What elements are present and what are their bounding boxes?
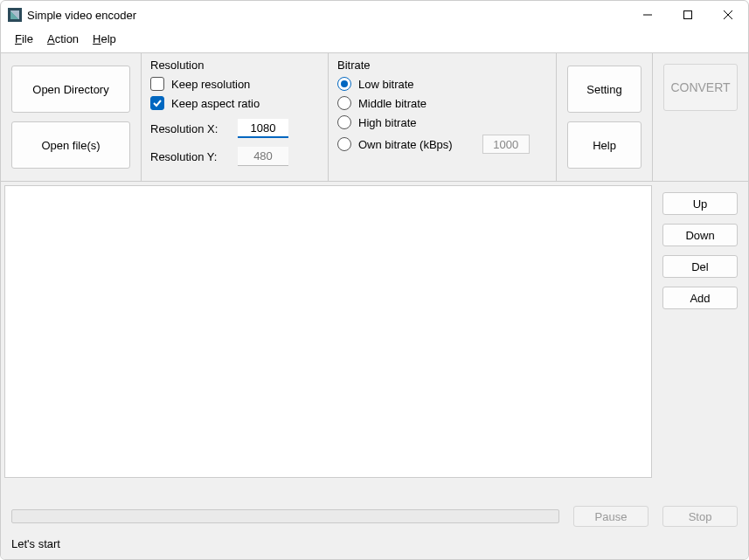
svg-rect-1 [684,11,692,19]
maximize-icon [683,10,692,19]
title-bar: Simple video encoder [1,1,748,29]
up-button[interactable]: Up [662,192,738,215]
bitrate-middle-label: Middle bitrate [358,97,427,110]
resolution-x-label: Resolution X: [150,122,229,135]
bitrate-low-row[interactable]: Low bitrate [337,77,547,91]
bitrate-middle-radio[interactable] [337,96,351,110]
controls-panel: Open Directory Open file(s) Resolution K… [1,52,748,182]
resolution-y-label: Resolution Y: [150,150,229,163]
resolution-x-input[interactable] [238,119,288,138]
bottom-bar: Pause Stop [1,481,748,532]
settings-column: Setting Help [556,53,652,181]
bitrate-own-input[interactable] [482,135,530,154]
keep-resolution-checkbox[interactable] [150,77,164,91]
resolution-y-input[interactable] [238,147,288,166]
window-title: Simple video encoder [27,9,136,22]
keep-aspect-label: Keep aspect ratio [171,97,260,110]
keep-resolution-row[interactable]: Keep resolution [150,77,319,91]
open-files-button[interactable]: Open file(s) [11,121,130,169]
status-bar: Let's start [1,532,748,559]
resolution-x-row: Resolution X: [150,119,319,138]
app-icon [8,8,22,22]
help-button[interactable]: Help [567,121,642,169]
open-directory-button[interactable]: Open Directory [11,66,130,113]
bitrate-high-radio[interactable] [337,115,351,129]
resolution-y-row: Resolution Y: [150,147,319,166]
pause-button[interactable]: Pause [573,506,648,527]
bitrate-high-row[interactable]: High bitrate [337,115,547,129]
setting-button[interactable]: Setting [567,66,642,113]
keep-aspect-checkbox[interactable] [150,96,164,110]
stop-button[interactable]: Stop [662,506,738,527]
minimize-icon [643,10,652,19]
bitrate-low-radio[interactable] [337,77,351,91]
bitrate-low-label: Low bitrate [358,78,414,91]
convert-column: CONVERT [652,53,748,181]
middle-wrap: Up Down Del Add [1,182,748,481]
resolution-group: Resolution Keep resolution Keep aspect r… [141,53,329,181]
close-button[interactable] [708,1,748,29]
bitrate-high-label: High bitrate [358,116,416,129]
progress-bar [11,509,559,523]
menu-file-rest: ile [22,32,33,45]
bitrate-middle-row[interactable]: Middle bitrate [337,96,547,110]
menu-file[interactable]: File [10,31,38,47]
list-side-buttons: Up Down Del Add [652,182,748,481]
status-text: Let's start [11,537,60,550]
del-button[interactable]: Del [662,255,738,278]
convert-button[interactable]: CONVERT [663,64,738,111]
bitrate-own-row[interactable]: Own bitrate (kBps) [337,135,547,154]
close-icon [724,10,732,19]
menu-bar: File Action Help [1,29,748,52]
bitrate-title: Bitrate [337,59,547,72]
menu-action-rest: ction [55,32,79,45]
menu-help-rest: elp [101,32,116,45]
down-button[interactable]: Down [662,224,738,246]
add-button[interactable]: Add [662,287,738,309]
maximize-button[interactable] [668,1,708,29]
bitrate-own-label: Own bitrate (kBps) [358,138,453,151]
keep-aspect-row[interactable]: Keep aspect ratio [150,96,319,110]
open-column: Open Directory Open file(s) [1,53,141,181]
resolution-title: Resolution [150,59,319,72]
keep-resolution-label: Keep resolution [171,78,250,91]
file-list[interactable] [4,185,652,478]
bitrate-own-radio[interactable] [337,137,351,151]
minimize-button[interactable] [628,1,668,29]
menu-action[interactable]: Action [42,31,84,47]
bitrate-group: Bitrate Low bitrate Middle bitrate High … [329,53,556,181]
menu-help[interactable]: Help [87,31,121,47]
